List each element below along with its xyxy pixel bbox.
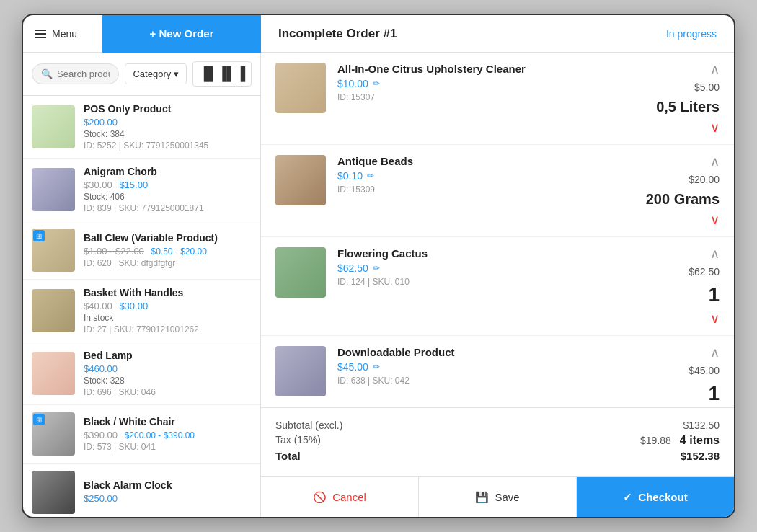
order-item-info: All-In-One Citrus Upholstery Cleaner $10…	[326, 63, 590, 102]
product-name: Black / White Chair	[84, 416, 252, 427]
list-item[interactable]: Basket With Handles $40.00 $30.00 In sto…	[23, 280, 260, 342]
product-sidebar: 🔍 Category ▾ ▐▌▐▌▐ POS Only Product	[23, 53, 261, 517]
order-summary: Subtotal (excl.) $132.50 Tax (15%) $19.8…	[261, 407, 734, 476]
order-item-right: ∧ $45.00 1 ∨	[590, 346, 720, 407]
product-id-sku: ID: 27 | SKU: 7790121001262	[84, 324, 252, 334]
main-content: 🔍 Category ▾ ▐▌▐▌▐ POS Only Product	[23, 53, 734, 517]
order-item-id: ID: 15309	[337, 185, 578, 195]
product-thumbnail	[32, 168, 75, 211]
order-item-qty: 0,5 Liters	[656, 99, 720, 115]
product-stock: Stock: 384	[84, 129, 252, 139]
list-item[interactable]: Black / White Chair $390.00 $200.00 - $3…	[23, 405, 260, 464]
product-name: Basket With Handles	[84, 287, 252, 298]
cancel-button[interactable]: 🚫 Cancel	[261, 477, 419, 517]
decrease-qty-button[interactable]: ∨	[710, 213, 720, 226]
order-status: In progress	[649, 28, 734, 40]
order-item-right: ∧ $5.00 0,5 Liters ∨	[590, 63, 720, 134]
search-input[interactable]	[57, 68, 110, 79]
product-id-sku: ID: 620 | SKU: dfgdfgfgr	[84, 258, 252, 268]
chevron-down-icon: ▾	[174, 68, 179, 79]
new-order-button[interactable]: + New Order	[102, 15, 261, 53]
order-item-id: ID: 15307	[337, 92, 578, 102]
increase-qty-button[interactable]: ∧	[710, 346, 720, 359]
product-name: Ball Clew (Variable Product)	[84, 232, 252, 244]
product-id-sku: ID: 573 | SKU: 041	[84, 442, 252, 452]
order-item-thumbnail	[275, 155, 326, 205]
increase-qty-button[interactable]: ∧	[710, 247, 720, 260]
product-thumbnail	[32, 352, 75, 395]
increase-qty-button[interactable]: ∧	[710, 63, 720, 76]
order-item-amount: $62.50	[689, 266, 720, 278]
total-row: Total $152.38	[275, 450, 720, 462]
product-id-sku: ID: 696 | SKU: 046	[84, 387, 252, 397]
hamburger-icon	[35, 30, 46, 38]
menu-label: Menu	[52, 28, 77, 40]
product-thumbnail	[32, 471, 75, 514]
barcode-button[interactable]: ▐▌▐▌▐	[192, 61, 252, 87]
variable-badge	[33, 230, 45, 241]
subtotal-label: Subtotal (excl.)	[275, 420, 342, 431]
order-panel: All-In-One Citrus Upholstery Cleaner $10…	[261, 53, 734, 517]
category-label: Category	[133, 68, 171, 79]
order-item-name: Antique Beads	[337, 155, 578, 167]
product-thumbnail	[32, 289, 75, 332]
cancel-label: Cancel	[332, 491, 366, 503]
order-item-price: $62.50 ✏	[337, 262, 578, 274]
order-item-amount: $45.00	[689, 365, 720, 376]
edit-price-icon[interactable]: ✏	[373, 362, 380, 372]
product-name: Bed Lamp	[84, 350, 252, 361]
product-list: POS Only Product $200.00 Stock: 384 ID: …	[23, 96, 260, 517]
list-item[interactable]: Black Alarm Clock $250.00	[23, 464, 260, 517]
search-input-wrap[interactable]: 🔍	[32, 63, 119, 84]
save-button[interactable]: 💾 Save	[419, 477, 577, 517]
order-item-qty: 1	[708, 283, 720, 306]
product-info: Ball Clew (Variable Product) $1.00 - $22…	[84, 232, 252, 268]
product-info: Bed Lamp $460.00 Stock: 328 ID: 696 | SK…	[84, 350, 252, 397]
increase-qty-button[interactable]: ∧	[710, 155, 720, 168]
order-item-id: ID: 124 | SKU: 010	[337, 277, 578, 287]
order-item-info: Flowering Cactus $62.50 ✏ ID: 124 | SKU:…	[326, 247, 590, 287]
product-stock: Stock: 328	[84, 376, 252, 386]
order-item-amount: $5.00	[694, 81, 720, 93]
list-item[interactable]: Bed Lamp $460.00 Stock: 328 ID: 696 | SK…	[23, 342, 260, 405]
product-thumbnail	[32, 105, 75, 148]
save-icon: 💾	[475, 491, 489, 504]
decrease-qty-button[interactable]: ∨	[710, 312, 720, 325]
order-item: Antique Beads $0.10 ✏ ID: 15309 ∧ $20.00…	[261, 145, 734, 237]
order-item-name: Downloadable Product	[337, 346, 578, 358]
product-info: Black / White Chair $390.00 $200.00 - $3…	[84, 416, 252, 452]
app-frame: Menu + New Order Incomplete Order #1 In …	[22, 14, 735, 518]
category-button[interactable]: Category ▾	[125, 63, 187, 84]
order-item: Downloadable Product $45.00 ✏ ID: 638 | …	[261, 336, 734, 407]
checkmark-icon: ✓	[623, 491, 632, 504]
order-item-right: ∧ $62.50 1 ∨	[590, 247, 720, 325]
price-value: $10.00	[337, 78, 368, 89]
checkout-button[interactable]: ✓ Checkout	[577, 477, 734, 517]
edit-price-icon[interactable]: ✏	[373, 79, 380, 89]
product-id-sku: ID: 839 | SKU: 7791250001871	[84, 203, 252, 213]
list-item[interactable]: Anigram Chorb $30.00 $15.00 Stock: 406 I…	[23, 159, 260, 221]
order-item: Flowering Cactus $62.50 ✏ ID: 124 | SKU:…	[261, 237, 734, 336]
price-value: $0.10	[337, 170, 363, 182]
product-info: Basket With Handles $40.00 $30.00 In sto…	[84, 287, 252, 334]
barcode-icon: ▐▌▐▌▐	[199, 66, 245, 81]
order-item-right: ∧ $20.00 200 Grams ∨	[590, 155, 720, 226]
total-value: $152.38	[681, 450, 720, 462]
product-name: Anigram Chorb	[84, 166, 252, 177]
list-item[interactable]: POS Only Product $200.00 Stock: 384 ID: …	[23, 96, 260, 159]
decrease-qty-button[interactable]: ∨	[710, 121, 720, 134]
product-id-sku: ID: 5252 | SKU: 7791250001345	[84, 141, 252, 151]
order-item-info: Downloadable Product $45.00 ✏ ID: 638 | …	[326, 346, 590, 386]
search-icon: 🔍	[41, 68, 53, 79]
edit-price-icon[interactable]: ✏	[367, 171, 374, 181]
order-title: Incomplete Order #1	[261, 27, 649, 41]
order-item-thumbnail	[275, 346, 326, 396]
total-label: Total	[275, 450, 301, 462]
menu-button[interactable]: Menu	[23, 28, 102, 40]
product-stock: In stock	[84, 313, 252, 323]
footer: 🚫 Cancel 💾 Save ✓ Checkout	[261, 476, 734, 517]
tax-value: $19.88	[640, 435, 671, 446]
edit-price-icon[interactable]: ✏	[373, 263, 380, 273]
list-item[interactable]: Ball Clew (Variable Product) $1.00 - $22…	[23, 221, 260, 280]
product-name: Black Alarm Clock	[84, 479, 252, 491]
